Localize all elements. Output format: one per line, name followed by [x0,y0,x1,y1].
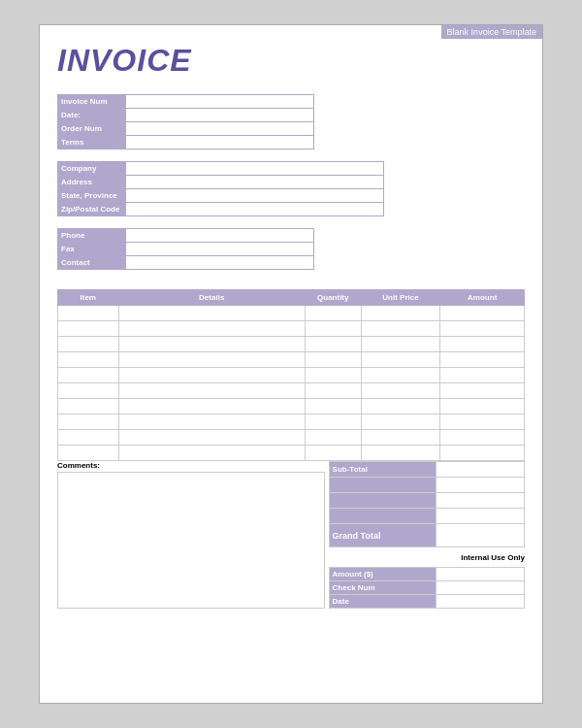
items-row-9 [58,446,525,461]
items-cell-1-unit_price[interactable] [361,321,440,337]
items-cell-8-quantity[interactable] [305,430,361,446]
items-cell-4-details[interactable] [118,368,305,383]
col-quantity-header: Quantity [305,290,361,306]
date-value[interactable] [126,109,314,122]
amount-value[interactable] [436,568,525,581]
items-cell-1-item[interactable] [58,321,119,337]
items-header-row: Item Details Quantity Unit Price Amount [58,290,525,306]
check-num-row: Check Num [329,581,524,595]
items-cell-1-quantity[interactable] [305,321,361,337]
items-cell-1-details[interactable] [118,321,305,337]
items-row-8 [58,430,525,446]
items-cell-6-quantity[interactable] [305,399,361,414]
contact-section: Phone Fax Contact [40,228,542,270]
blank-value-3[interactable] [436,509,525,524]
items-cell-3-item[interactable] [58,352,119,368]
items-cell-9-quantity[interactable] [305,446,361,461]
check-num-value[interactable] [436,581,525,595]
contact-row: Contact [58,256,314,270]
grand-total-value[interactable] [436,524,525,547]
blank-label-3 [329,509,436,524]
comments-container: Comments: [57,461,325,609]
items-cell-2-amount[interactable] [440,337,525,352]
company-row: Company [58,162,384,176]
invoice-num-value[interactable] [126,95,314,109]
address-value[interactable] [126,176,384,189]
comments-box[interactable] [57,472,325,609]
amount-label: Amount ($) [329,568,436,581]
items-cell-4-item[interactable] [58,368,119,383]
items-cell-0-details[interactable] [118,306,305,321]
items-cell-5-amount[interactable] [440,383,525,399]
state-province-value[interactable] [126,189,384,203]
terms-label: Terms [58,136,126,149]
payment-table: Amount ($) Check Num Date [329,567,525,609]
order-num-value[interactable] [126,122,314,136]
items-cell-5-item[interactable] [58,383,119,399]
invoice-page: Blank Invoice Template INVOICE Invoice N… [39,24,543,704]
items-cell-0-item[interactable] [58,306,119,321]
invoice-num-row: Invoice Num [58,95,314,109]
items-cell-3-amount[interactable] [440,352,525,368]
terms-value[interactable] [126,136,314,149]
items-cell-8-amount[interactable] [440,430,525,446]
items-row-7 [58,414,525,430]
items-cell-4-unit_price[interactable] [361,368,440,383]
subtotal-value[interactable] [436,462,525,478]
items-cell-3-unit_price[interactable] [361,352,440,368]
col-item-header: Item [58,290,119,306]
items-cell-8-item[interactable] [58,430,119,446]
items-cell-5-details[interactable] [118,383,305,399]
totals-area: Sub-Total Grand Total [329,461,525,609]
items-cell-4-quantity[interactable] [305,368,361,383]
zip-postal-value[interactable] [126,203,384,216]
state-province-row: State, Province [58,189,384,203]
items-cell-9-details[interactable] [118,446,305,461]
subtotal-row: Sub-Total [329,462,524,478]
items-cell-6-details[interactable] [118,399,305,414]
blank-label-1 [329,478,436,493]
items-cell-7-item[interactable] [58,414,119,430]
internal-use-row: Internal Use Only [329,549,525,565]
state-province-label: State, Province [58,189,126,203]
items-cell-2-unit_price[interactable] [361,337,440,352]
items-cell-8-unit_price[interactable] [361,430,440,446]
items-cell-6-unit_price[interactable] [361,399,440,414]
items-cell-0-quantity[interactable] [305,306,361,321]
items-cell-6-item[interactable] [58,399,119,414]
blank-value-2[interactable] [436,493,525,509]
items-cell-0-amount[interactable] [440,306,525,321]
items-cell-4-amount[interactable] [440,368,525,383]
grand-total-label: Grand Total [329,524,436,547]
items-cell-7-details[interactable] [118,414,305,430]
items-cell-6-amount[interactable] [440,399,525,414]
items-cell-5-unit_price[interactable] [361,383,440,399]
items-cell-9-amount[interactable] [440,446,525,461]
items-cell-3-details[interactable] [118,352,305,368]
items-cell-7-unit_price[interactable] [361,414,440,430]
items-cell-7-amount[interactable] [440,414,525,430]
items-cell-9-unit_price[interactable] [361,446,440,461]
items-cell-2-details[interactable] [118,337,305,352]
phone-value[interactable] [126,229,314,243]
fax-value[interactable] [126,243,314,256]
internal-use-table: Internal Use Only [329,549,525,565]
payment-date-label: Date [329,595,436,609]
items-cell-2-quantity[interactable] [305,337,361,352]
items-row-5 [58,383,525,399]
items-cell-0-unit_price[interactable] [361,306,440,321]
items-cell-5-quantity[interactable] [305,383,361,399]
zip-postal-label: Zip/Postal Code [58,203,126,216]
company-value[interactable] [126,162,384,176]
items-cell-9-item[interactable] [58,446,119,461]
items-cell-2-item[interactable] [58,337,119,352]
items-row-2 [58,337,525,352]
payment-date-value[interactable] [436,595,525,609]
items-cell-8-details[interactable] [118,430,305,446]
items-cell-1-amount[interactable] [440,321,525,337]
items-row-3 [58,352,525,368]
contact-value[interactable] [126,256,314,270]
blank-value-1[interactable] [436,478,525,493]
items-cell-3-quantity[interactable] [305,352,361,368]
items-cell-7-quantity[interactable] [305,414,361,430]
